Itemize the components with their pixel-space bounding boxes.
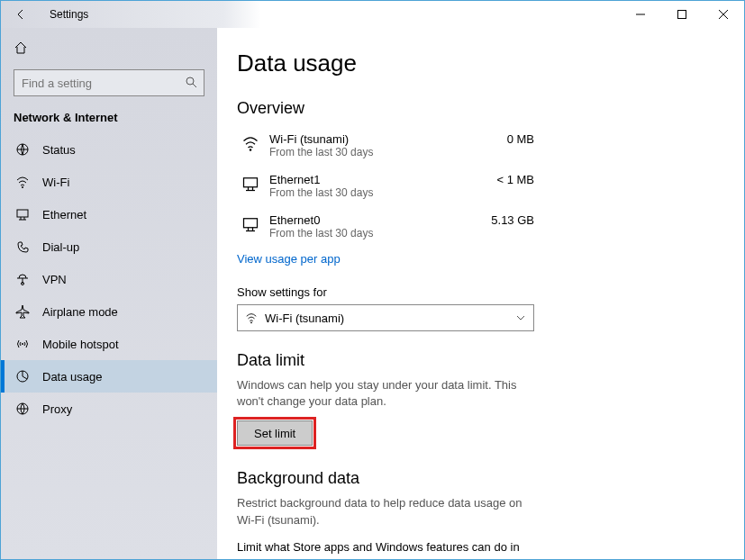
svg-point-16 bbox=[250, 149, 252, 151]
proxy-icon bbox=[14, 402, 32, 416]
sidebar-item-dialup[interactable]: Dial-up bbox=[1, 230, 217, 263]
airplane-icon bbox=[14, 304, 32, 319]
sidebar-item-ethernet[interactable]: Ethernet bbox=[1, 198, 217, 230]
sidebar-heading: Network & Internet bbox=[1, 111, 217, 133]
overview-heading: Overview bbox=[237, 99, 717, 118]
view-usage-link[interactable]: View usage per app bbox=[237, 252, 341, 266]
overview-sub: From the last 30 days bbox=[269, 227, 480, 239]
overview-name: Ethernet0 bbox=[269, 213, 480, 227]
ethernet-icon bbox=[237, 173, 264, 193]
status-icon bbox=[14, 142, 32, 157]
sidebar-item-hotspot[interactable]: Mobile hotspot bbox=[1, 328, 217, 360]
sidebar-item-proxy[interactable]: Proxy bbox=[1, 393, 217, 425]
back-button[interactable] bbox=[8, 8, 33, 21]
maximize-button[interactable] bbox=[661, 1, 703, 28]
overview-item-eth0[interactable]: Ethernet0 From the last 30 days 5.13 GB bbox=[237, 206, 534, 247]
sidebar-item-label: Ethernet bbox=[42, 208, 86, 221]
sidebar-item-label: Wi-Fi bbox=[42, 176, 69, 189]
sidebar-item-label: Dial-up bbox=[42, 240, 79, 254]
svg-point-2 bbox=[186, 77, 194, 85]
background-heading: Background data bbox=[237, 469, 717, 488]
sidebar-item-label: Data usage bbox=[42, 370, 103, 384]
overview-sub: From the last 30 days bbox=[269, 186, 480, 199]
ethernet-icon bbox=[14, 207, 32, 221]
overview-item-eth1[interactable]: Ethernet1 From the last 30 days < 1 MB bbox=[237, 166, 534, 206]
vpn-icon bbox=[14, 272, 32, 286]
background-question: Limit what Store apps and Windows featur… bbox=[237, 539, 534, 559]
wifi-icon bbox=[237, 132, 264, 152]
dialup-icon bbox=[14, 239, 32, 254]
overview-name: Wi-Fi (tsunami) bbox=[269, 132, 480, 146]
sidebar-item-label: Status bbox=[42, 143, 76, 157]
svg-point-12 bbox=[22, 343, 23, 345]
sidebar-item-wifi[interactable]: Wi-Fi bbox=[1, 166, 217, 198]
svg-rect-17 bbox=[244, 178, 258, 187]
overview-sub: From the last 30 days bbox=[269, 146, 480, 158]
wifi-icon bbox=[14, 175, 32, 189]
wifi-icon bbox=[245, 312, 258, 324]
chevron-down-icon bbox=[515, 312, 526, 323]
window-title: Settings bbox=[50, 8, 88, 21]
close-button[interactable] bbox=[703, 1, 744, 28]
overview-value: < 1 MB bbox=[480, 173, 534, 186]
search-icon bbox=[185, 76, 197, 88]
hotspot-icon bbox=[14, 337, 32, 351]
show-settings-select[interactable]: Wi-Fi (tsunami) bbox=[237, 304, 534, 331]
overview-value: 5.13 GB bbox=[480, 213, 534, 227]
datausage-icon bbox=[14, 369, 32, 384]
sidebar-item-label: Airplane mode bbox=[42, 305, 118, 319]
show-settings-label: Show settings for bbox=[237, 285, 717, 299]
svg-line-3 bbox=[193, 84, 196, 87]
home-button[interactable] bbox=[14, 41, 30, 57]
svg-point-25 bbox=[250, 321, 252, 323]
overview-value: 0 MB bbox=[480, 132, 534, 146]
sidebar-item-label: Mobile hotspot bbox=[42, 338, 119, 351]
data-limit-desc: Windows can help you stay under your dat… bbox=[237, 377, 534, 410]
content-area: Data usage Overview Wi-Fi (tsunami) From… bbox=[217, 28, 744, 559]
sidebar: Network & Internet Status Wi-Fi Ethernet… bbox=[1, 28, 217, 559]
background-desc: Restrict background data to help reduce … bbox=[237, 495, 534, 528]
set-limit-button[interactable]: Set limit bbox=[237, 420, 313, 446]
data-limit-heading: Data limit bbox=[237, 351, 717, 370]
sidebar-item-airplane[interactable]: Airplane mode bbox=[1, 295, 217, 328]
sidebar-item-label: VPN bbox=[42, 273, 67, 286]
titlebar: Settings bbox=[1, 1, 744, 28]
minimize-button[interactable] bbox=[620, 1, 661, 28]
sidebar-item-status[interactable]: Status bbox=[1, 133, 217, 166]
svg-rect-1 bbox=[678, 11, 686, 19]
sidebar-item-label: Proxy bbox=[42, 402, 72, 416]
svg-point-6 bbox=[22, 186, 23, 188]
overview-item-wifi[interactable]: Wi-Fi (tsunami) From the last 30 days 0 … bbox=[237, 125, 534, 166]
sidebar-item-vpn[interactable]: VPN bbox=[1, 263, 217, 295]
svg-rect-21 bbox=[244, 219, 258, 228]
sidebar-item-datausage[interactable]: Data usage bbox=[1, 360, 217, 393]
search-input[interactable] bbox=[14, 69, 204, 96]
svg-rect-7 bbox=[17, 210, 28, 217]
overview-name: Ethernet1 bbox=[269, 173, 480, 186]
select-value: Wi-Fi (tsunami) bbox=[265, 312, 344, 325]
page-title: Data usage bbox=[237, 50, 717, 77]
ethernet-icon bbox=[237, 213, 264, 233]
